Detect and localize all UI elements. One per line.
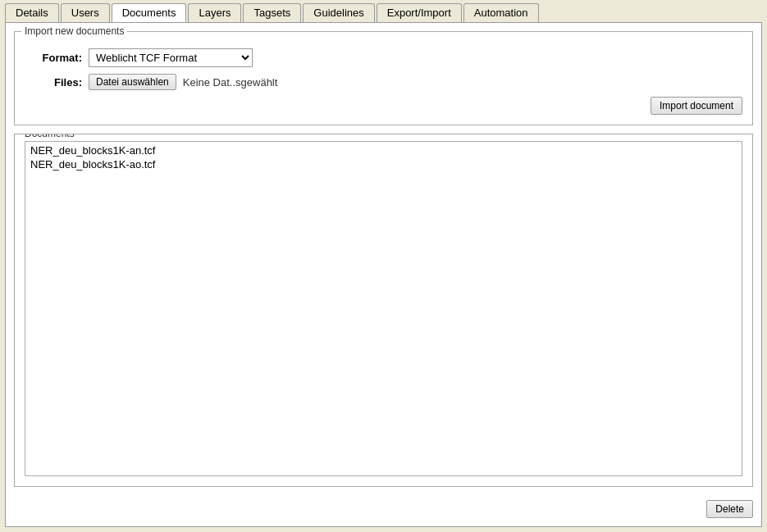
import-button-row: Import document — [25, 97, 742, 115]
file-choose-button[interactable]: Datei auswählen — [89, 74, 176, 90]
tab-documents[interactable]: Documents — [112, 3, 187, 22]
import-section: Import new documents Format: Weblicht TC… — [14, 31, 753, 125]
format-select[interactable]: Weblicht TCF Format CoNLL Format TEI For… — [89, 48, 253, 67]
tab-layers[interactable]: Layers — [188, 3, 241, 22]
file-name-display: Keine Dat..sgewählt — [183, 76, 278, 89]
tab-bar: Details Users Documents Layers Tagsets G… — [0, 0, 767, 22]
bottom-row: Delete — [14, 500, 753, 518]
documents-section: Documents NER_deu_blocks1K-an.tcf NER_de… — [14, 134, 753, 487]
files-label: Files: — [25, 76, 82, 89]
tab-automation[interactable]: Automation — [463, 3, 539, 22]
tab-users[interactable]: Users — [61, 3, 110, 22]
tab-guidelines[interactable]: Guidelines — [303, 3, 374, 22]
delete-button[interactable]: Delete — [706, 500, 753, 518]
list-item[interactable]: NER_deu_blocks1K-ao.tcf — [29, 157, 738, 171]
import-document-button[interactable]: Import document — [651, 97, 742, 115]
main-container: Details Users Documents Layers Tagsets G… — [0, 0, 767, 532]
documents-list[interactable]: NER_deu_blocks1K-an.tcf NER_deu_blocks1K… — [25, 141, 742, 476]
files-row: Files: Datei auswählen Keine Dat..sgewäh… — [25, 74, 742, 90]
tab-tagsets[interactable]: Tagsets — [243, 3, 301, 22]
import-section-legend: Import new documents — [21, 25, 127, 37]
documents-legend: Documents — [21, 134, 78, 139]
content-area: Import new documents Format: Weblicht TC… — [5, 22, 762, 527]
format-label: Format: — [25, 52, 82, 64]
list-item[interactable]: NER_deu_blocks1K-an.tcf — [29, 143, 738, 157]
tab-export-import[interactable]: Export/Import — [377, 3, 462, 22]
tab-details[interactable]: Details — [5, 3, 59, 22]
format-row: Format: Weblicht TCF Format CoNLL Format… — [25, 48, 742, 67]
